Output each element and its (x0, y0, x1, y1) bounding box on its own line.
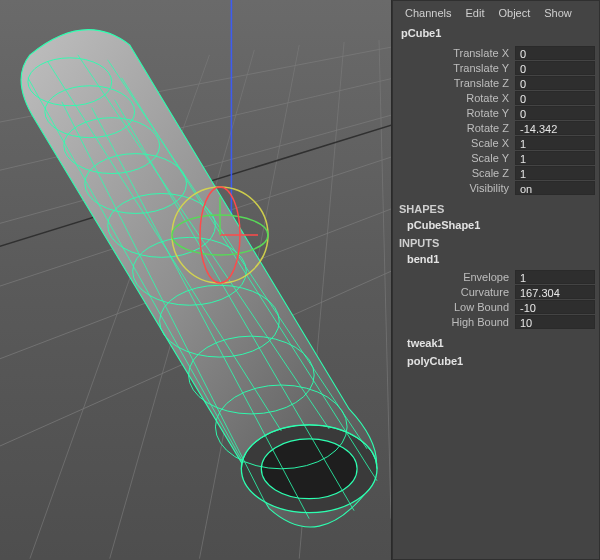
menu-object[interactable]: Object (498, 7, 530, 19)
label-translate-z: Translate Z (397, 77, 515, 89)
field-scale-z[interactable]: 1 (515, 166, 595, 180)
field-rotate-x[interactable]: 0 (515, 91, 595, 105)
label-rotate-z: Rotate Z (397, 122, 515, 134)
field-translate-z[interactable]: 0 (515, 76, 595, 90)
label-rotate-y: Rotate Y (397, 107, 515, 119)
heading-inputs: INPUTS (397, 235, 595, 251)
input-polycube-name[interactable]: polyCube1 (397, 353, 595, 371)
field-translate-y[interactable]: 0 (515, 61, 595, 75)
label-visibility: Visibility (397, 182, 515, 194)
label-curvature: Curvature (397, 286, 515, 298)
label-translate-y: Translate Y (397, 62, 515, 74)
field-rotate-z[interactable]: -14.342 (515, 121, 595, 135)
heading-shapes: SHAPES (397, 195, 595, 217)
label-translate-x: Translate X (397, 47, 515, 59)
channel-box-menubar: Channels Edit Object Show (397, 5, 595, 25)
field-envelope[interactable]: 1 (515, 270, 595, 284)
menu-edit[interactable]: Edit (465, 7, 484, 19)
label-envelope: Envelope (397, 271, 515, 283)
field-high-bound[interactable]: 10 (515, 315, 595, 329)
viewport-3d[interactable] (0, 0, 392, 560)
field-translate-x[interactable]: 0 (515, 46, 595, 60)
input-bend-name[interactable]: bend1 (397, 251, 595, 269)
field-rotate-y[interactable]: 0 (515, 106, 595, 120)
field-curvature[interactable]: 167.304 (515, 285, 595, 299)
input-tweak-name[interactable]: tweak1 (397, 329, 595, 353)
field-visibility[interactable]: on (515, 181, 595, 195)
menu-show[interactable]: Show (544, 7, 572, 19)
field-low-bound[interactable]: -10 (515, 300, 595, 314)
field-scale-x[interactable]: 1 (515, 136, 595, 150)
label-scale-z: Scale Z (397, 167, 515, 179)
label-rotate-x: Rotate X (397, 92, 515, 104)
label-scale-x: Scale X (397, 137, 515, 149)
label-scale-y: Scale Y (397, 152, 515, 164)
selected-node-name[interactable]: pCube1 (397, 25, 595, 45)
label-high-bound: High Bound (397, 316, 515, 328)
field-scale-y[interactable]: 1 (515, 151, 595, 165)
rotate-manipulator[interactable] (160, 175, 280, 295)
menu-channels[interactable]: Channels (405, 7, 451, 19)
channel-box-panel: Channels Edit Object Show pCube1 Transla… (392, 0, 600, 560)
shape-node-name[interactable]: pCubeShape1 (397, 217, 595, 235)
label-low-bound: Low Bound (397, 301, 515, 313)
